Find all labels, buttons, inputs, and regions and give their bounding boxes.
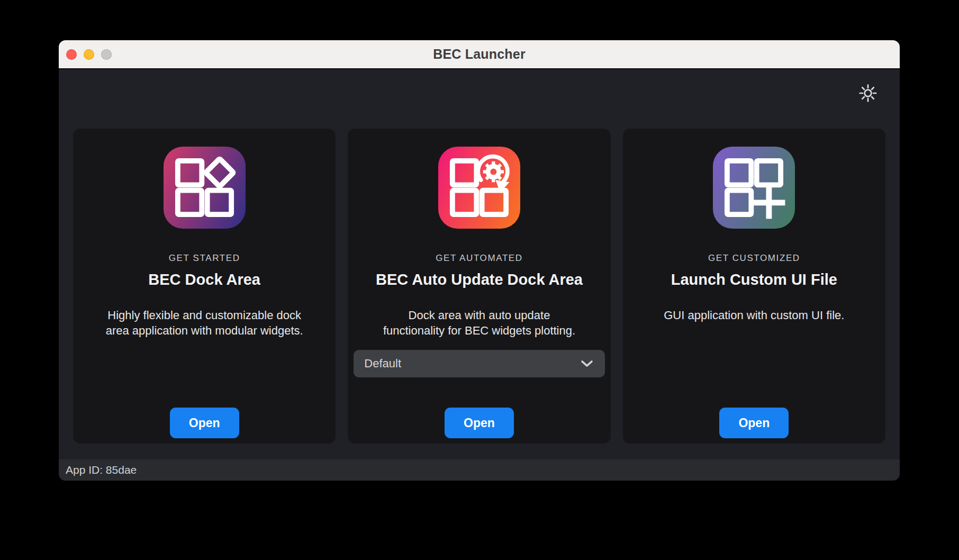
card-title: Launch Custom UI File xyxy=(671,271,837,288)
zoom-window-button-disabled xyxy=(101,49,112,60)
traffic-lights xyxy=(66,40,112,68)
card-description: GUI application with custom UI file. xyxy=(664,308,844,323)
window-title: BEC Launcher xyxy=(433,47,526,62)
card-get-started: GET STARTED BEC Dock Area Highly flexibl… xyxy=(73,129,336,444)
window-titlebar[interactable]: BEC Launcher xyxy=(59,40,900,69)
chevron-down-icon xyxy=(580,359,594,368)
card-get-automated: GET AUTOMATED BEC Auto Update Dock Area … xyxy=(348,129,610,444)
card-eyebrow: GET CUSTOMIZED xyxy=(708,253,800,264)
close-window-button[interactable] xyxy=(66,49,77,60)
app-id-text: App ID: 85dae xyxy=(66,464,137,476)
open-auto-update-button[interactable]: Open xyxy=(445,408,514,438)
modular-grid-icon xyxy=(164,147,246,229)
launcher-cards-row: GET STARTED BEC Dock Area Highly flexibl… xyxy=(73,129,885,444)
open-custom-ui-button[interactable]: Open xyxy=(719,408,789,438)
card-description: Highly flexible and customizable dock ar… xyxy=(106,308,303,338)
desktop-background: BEC Launcher xyxy=(0,0,959,560)
dock-config-select[interactable]: Default xyxy=(354,350,604,377)
bec-launcher-window: BEC Launcher xyxy=(59,40,900,481)
status-bar: App ID: 85dae xyxy=(59,459,900,481)
card-eyebrow: GET STARTED xyxy=(169,253,240,264)
card-description: Dock area with auto update functionality… xyxy=(383,308,575,338)
sun-icon xyxy=(858,83,878,105)
minimize-window-button[interactable] xyxy=(84,49,94,60)
dock-config-selected-value: Default xyxy=(364,357,401,371)
open-dock-area-button[interactable]: Open xyxy=(170,408,239,438)
card-title: BEC Auto Update Dock Area xyxy=(376,271,583,288)
auto-update-grid-icon xyxy=(438,147,520,229)
card-eyebrow: GET AUTOMATED xyxy=(436,253,522,264)
card-title: BEC Dock Area xyxy=(148,271,260,288)
theme-toggle-button[interactable] xyxy=(856,82,880,105)
card-get-customized: GET CUSTOMIZED Launch Custom UI File GUI… xyxy=(623,129,885,444)
custom-ui-plus-icon xyxy=(713,147,795,229)
launcher-body: GET STARTED BEC Dock Area Highly flexibl… xyxy=(59,69,900,481)
